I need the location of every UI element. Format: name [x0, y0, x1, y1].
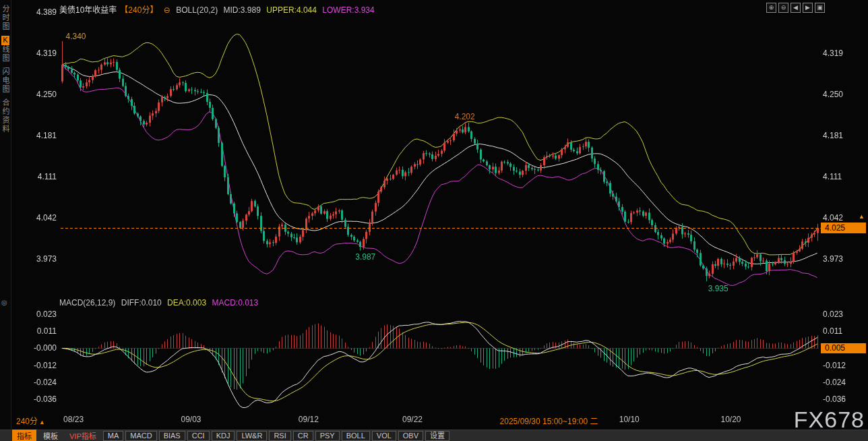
indicator-button-KDJ[interactable]: KDJ	[212, 431, 235, 441]
macd-dea-value: DEA:0.003	[167, 298, 206, 307]
bottom-toolbar: 指标模板VIP指标MAMACDBIASCCIKDJLW&RRSICRPSYBOL…	[0, 430, 868, 441]
chart-zoom-controls: ⊕⊖◀▶▣	[766, 3, 825, 13]
price-annotation: 4.340	[66, 32, 86, 41]
macd-tick-left: 0.023	[30, 310, 57, 319]
price-tick-left: 4.111	[30, 172, 57, 181]
sidebar-item-3[interactable]: 合约资料	[1, 98, 10, 134]
zoom-out-icon[interactable]: ⊖	[778, 3, 788, 13]
time-tick-label: 08/23	[63, 415, 84, 424]
chart-header: 美债10年收益率【240分】 ⊖ BOLL(20,2) MID:3.989 UP…	[59, 3, 378, 15]
indicator-button-PSY[interactable]: PSY	[315, 431, 340, 441]
toolbar-tab-指标[interactable]: 指标	[12, 430, 36, 441]
trading-app: 分时图K线图闪电图合约资料 ◎ 美债10年收益率【240分】 ⊖ BOLL(20…	[0, 0, 868, 441]
indicator-button-LW&R[interactable]: LW&R	[237, 431, 267, 441]
indicator-button-CR[interactable]: CR	[293, 431, 313, 441]
price-tick-right: 4.319	[823, 49, 843, 58]
active-tab-marker: K	[1, 36, 9, 45]
settings-button[interactable]: 设置	[425, 431, 450, 441]
time-axis: 240分▲ 08/2309/0309/1209/2210/1010/20 202…	[0, 415, 868, 430]
macd-tick-right: -0.036	[823, 394, 846, 404]
boll-indicator-label: BOLL(20,2)	[176, 5, 218, 15]
indicator-button-BOLL[interactable]: BOLL	[342, 431, 370, 441]
period-selector-label: 240分	[16, 417, 38, 426]
indicator-dot-icon[interactable]: ◎	[1, 299, 7, 306]
time-tick-label: 10/20	[720, 415, 741, 424]
macd-tick-right: -0.024	[823, 378, 846, 387]
price-tick-right: 4.042	[823, 213, 843, 223]
instrument-title: 美债10年收益率	[59, 5, 117, 15]
macd-tick-left: -0.012	[30, 361, 57, 370]
price-tick-left: 4.389	[30, 7, 57, 17]
indicator-button-OBV[interactable]: OBV	[398, 431, 423, 441]
price-tick-left: 4.042	[30, 213, 57, 223]
price-annotation: 3.987	[355, 252, 375, 262]
time-tick-label: 09/12	[299, 415, 319, 424]
indicator-button-VOL[interactable]: VOL	[372, 431, 396, 441]
sidebar-item-2[interactable]: 闪电图	[1, 67, 10, 94]
current-price-tag: 4.025	[821, 223, 866, 233]
price-chart-canvas[interactable]	[0, 0, 868, 441]
sidebar-item-label: 线图	[1, 45, 9, 63]
fullscreen-icon[interactable]: ▣	[815, 3, 825, 13]
indicator-button-MACD[interactable]: MACD	[125, 431, 156, 441]
time-tick-label: 09/03	[181, 415, 201, 424]
period-label: 【240分】	[120, 5, 158, 15]
macd-tick-left: 0.011	[30, 326, 57, 336]
price-tick-left: 4.319	[30, 49, 57, 58]
time-tick-label: 10/10	[619, 415, 640, 424]
indicator-button-MA[interactable]: MA	[103, 431, 124, 441]
boll-lower-value: LOWER:3.934	[322, 5, 374, 15]
price-tick-left: 3.973	[30, 254, 57, 264]
price-tick-right: 3.973	[823, 254, 843, 264]
sidebar-item-0[interactable]: 分时图	[1, 5, 10, 31]
macd-header: MACD(26,12,9) DIFF:0.010 DEA:0.003 MACD:…	[59, 298, 261, 307]
macd-tick-right: 0.023	[823, 310, 843, 319]
left-sidebar: 分时图K线图闪电图合约资料	[0, 0, 11, 429]
price-tick-right: 4.111	[823, 172, 842, 181]
price-annotation: 4.202	[455, 112, 475, 121]
period-selector[interactable]: 240分▲	[16, 415, 45, 426]
scroll-right-icon[interactable]: ▶	[803, 3, 813, 13]
sidebar-item-1[interactable]: K线图	[1, 36, 10, 63]
highlighted-date-label: 2025/09/30 15:00~19:00 二	[500, 415, 598, 426]
macd-diff-value: DIFF:0.010	[121, 298, 162, 307]
indicator-button-CCI[interactable]: CCI	[187, 431, 210, 441]
boll-upper-value: UPPER:4.044	[266, 5, 317, 15]
macd-name: MACD(26,12,9)	[59, 298, 115, 307]
macd-tick-left: -0.000	[30, 343, 57, 353]
price-tick-right: 4.250	[823, 90, 843, 99]
scroll-left-icon[interactable]: ◀	[790, 3, 801, 13]
price-tick-left: 4.250	[30, 90, 57, 99]
macd-tick-left: -0.036	[30, 394, 57, 404]
zoom-in-icon[interactable]: ⊕	[766, 3, 776, 13]
indicator-button-BIAS[interactable]: BIAS	[159, 431, 185, 441]
price-annotation: 3.935	[708, 284, 728, 293]
collapse-icon[interactable]: ⊖	[164, 5, 170, 15]
toolbar-tab-VIP指标[interactable]: VIP指标	[65, 430, 101, 441]
macd-tick-right: 0.011	[823, 326, 842, 336]
price-tick-right: 4.181	[823, 131, 843, 140]
chevron-up-icon: ▲	[39, 419, 45, 425]
current-macd-tag: 0.005	[821, 343, 866, 353]
indicator-button-RSI[interactable]: RSI	[269, 431, 290, 441]
boll-mid-value: MID:3.989	[224, 5, 261, 15]
macd-tick-left: -0.024	[30, 378, 57, 387]
macd-tick-right: -0.012	[823, 361, 846, 370]
macd-macd-value: MACD:0.013	[212, 298, 258, 307]
toolbar-tab-模板[interactable]: 模板	[38, 430, 63, 441]
price-up-arrow-icon: ▲	[859, 213, 865, 220]
time-tick-label: 09/22	[402, 415, 423, 424]
price-tick-left: 4.181	[30, 131, 57, 140]
